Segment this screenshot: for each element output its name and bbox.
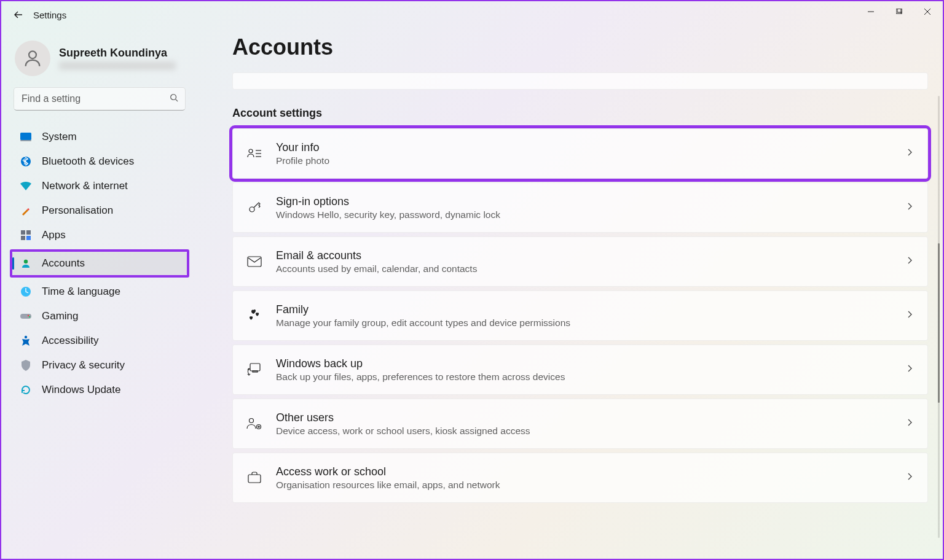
- chevron-right-icon: [905, 472, 914, 483]
- card-text: Family Manage your family group, edit ac…: [276, 303, 570, 329]
- card-text: Access work or school Organisation resou…: [276, 465, 500, 491]
- back-button[interactable]: [11, 7, 26, 22]
- page-title: Accounts: [232, 34, 928, 60]
- card-subtitle: Manage your family group, edit account t…: [276, 317, 570, 329]
- card-subtitle: Organisation resources like email, apps,…: [276, 480, 500, 491]
- svg-point-19: [29, 316, 30, 317]
- sidebar-item-gaming[interactable]: Gaming: [12, 305, 187, 328]
- svg-point-25: [250, 207, 254, 212]
- sidebar-item-apps[interactable]: Apps: [12, 224, 187, 247]
- apps-icon: [20, 229, 32, 241]
- card-subtitle: Back up your files, apps, preferences to…: [276, 371, 565, 383]
- user-email-redacted: [59, 61, 176, 70]
- avatar: [15, 41, 50, 76]
- bluetooth-icon: [20, 155, 32, 168]
- chevron-right-icon: [905, 364, 914, 375]
- family-icon: [246, 308, 262, 324]
- card-title: Family: [276, 303, 570, 316]
- user-text: Supreeth Koundinya: [59, 47, 176, 70]
- svg-point-21: [249, 149, 253, 153]
- system-icon: [20, 131, 32, 143]
- sidebar-item-label: Accounts: [42, 257, 85, 270]
- sidebar-item-label: Accessibility: [42, 335, 99, 347]
- window-controls: [857, 2, 942, 21]
- svg-rect-12: [26, 230, 31, 235]
- sidebar-item-label: Gaming: [42, 310, 79, 322]
- card-text: Email & accounts Accounts used by email,…: [276, 249, 477, 274]
- person-icon: [20, 257, 32, 270]
- content: Accounts Account settings Your info Prof…: [198, 28, 943, 559]
- your-info-icon: [246, 146, 262, 161]
- maximize-button[interactable]: [885, 2, 913, 21]
- svg-point-15: [24, 260, 28, 263]
- search-wrap: [12, 87, 187, 111]
- titlebar: Settings: [1, 1, 943, 28]
- window-title: Settings: [33, 10, 66, 20]
- chevron-right-icon: [905, 148, 914, 159]
- svg-rect-26: [248, 257, 261, 266]
- card-access-work-school[interactable]: Access work or school Organisation resou…: [232, 453, 928, 503]
- sidebar-item-privacy[interactable]: Privacy & security: [12, 354, 187, 377]
- banner-card: [232, 72, 928, 90]
- sidebar-item-time-language[interactable]: Time & language: [12, 280, 187, 303]
- minimize-button[interactable]: [857, 2, 885, 21]
- user-block[interactable]: Supreeth Koundinya: [12, 37, 187, 87]
- svg-rect-28: [253, 371, 258, 372]
- sidebar-item-network[interactable]: Network & internet: [12, 174, 187, 198]
- sidebar-item-system[interactable]: System: [12, 125, 187, 149]
- chevron-right-icon: [905, 256, 914, 267]
- sidebar-item-label: Time & language: [42, 286, 120, 298]
- sidebar-item-label: Bluetooth & devices: [42, 155, 134, 168]
- scrollbar[interactable]: [938, 96, 940, 538]
- sidebar-item-personalisation[interactable]: Personalisation: [12, 199, 187, 222]
- sidebar-item-windows-update[interactable]: Windows Update: [12, 378, 187, 402]
- clock-globe-icon: [20, 286, 32, 298]
- svg-rect-14: [26, 236, 31, 240]
- svg-rect-2: [897, 9, 902, 12]
- sidebar-item-label: Windows Update: [42, 384, 121, 396]
- shield-icon: [20, 359, 32, 371]
- update-icon: [20, 384, 32, 396]
- chevron-right-icon: [905, 310, 914, 321]
- sidebar-item-label: Apps: [42, 229, 66, 241]
- card-sign-in-options[interactable]: Sign-in options Windows Hello, security …: [232, 182, 928, 233]
- svg-point-5: [29, 51, 36, 58]
- user-name: Supreeth Koundinya: [59, 47, 176, 60]
- card-text: Other users Device access, work or schoo…: [276, 411, 530, 437]
- close-button[interactable]: [913, 2, 942, 21]
- paintbrush-icon: [20, 204, 32, 217]
- svg-point-20: [25, 336, 27, 338]
- card-title: Windows back up: [276, 357, 565, 370]
- card-family[interactable]: Family Manage your family group, edit ac…: [232, 290, 928, 341]
- card-other-users[interactable]: Other users Device access, work or schoo…: [232, 399, 928, 449]
- mail-icon: [246, 254, 262, 270]
- card-title: Other users: [276, 411, 530, 424]
- svg-rect-8: [20, 133, 31, 140]
- scrollbar-thumb[interactable]: [938, 243, 940, 403]
- wifi-icon: [20, 180, 32, 192]
- card-email-accounts[interactable]: Email & accounts Accounts used by email,…: [232, 236, 928, 287]
- sidebar: Supreeth Koundinya System Bluetooth & de…: [1, 28, 198, 559]
- sidebar-nav: System Bluetooth & devices Network & int…: [12, 125, 187, 402]
- svg-rect-27: [250, 364, 260, 371]
- card-windows-backup[interactable]: Windows back up Back up your files, apps…: [232, 344, 928, 395]
- card-title: Email & accounts: [276, 249, 477, 262]
- card-subtitle: Profile photo: [276, 155, 329, 166]
- chevron-right-icon: [905, 202, 914, 213]
- card-your-info[interactable]: Your info Profile photo: [232, 128, 928, 179]
- svg-point-29: [250, 419, 254, 423]
- svg-rect-33: [248, 475, 261, 483]
- svg-rect-13: [21, 236, 25, 240]
- card-text: Sign-in options Windows Hello, security …: [276, 195, 500, 220]
- svg-rect-11: [21, 230, 25, 235]
- sidebar-item-bluetooth[interactable]: Bluetooth & devices: [12, 150, 187, 173]
- sidebar-item-label: System: [42, 131, 77, 143]
- search-input[interactable]: [14, 87, 186, 111]
- backup-icon: [246, 362, 262, 378]
- sidebar-item-label: Privacy & security: [42, 359, 125, 371]
- sidebar-item-accessibility[interactable]: Accessibility: [12, 329, 187, 352]
- sidebar-item-accounts[interactable]: Accounts: [12, 252, 187, 275]
- sidebar-item-label: Personalisation: [42, 204, 113, 217]
- briefcase-icon: [246, 470, 262, 486]
- card-subtitle: Device access, work or school users, kio…: [276, 426, 530, 437]
